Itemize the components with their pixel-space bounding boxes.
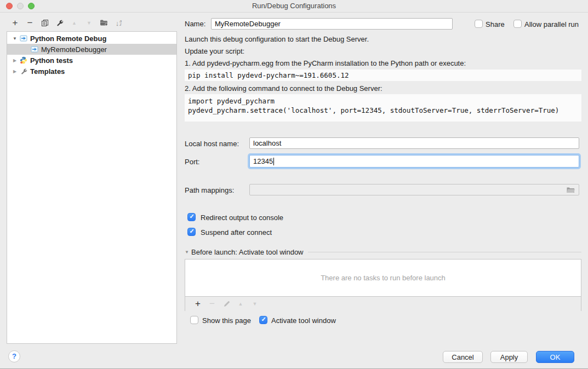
before-launch-title: Before launch: Activate tool window — [191, 248, 304, 256]
edit-task-button — [219, 298, 233, 310]
new-folder-icon — [100, 19, 109, 27]
apply-button[interactable]: Apply — [490, 351, 528, 363]
add-configuration-button[interactable]: + — [8, 17, 22, 29]
activate-tool-window-label[interactable]: Activate tool window — [271, 316, 336, 325]
up-triangle-icon: ▲ — [72, 20, 77, 26]
zoom-window-button[interactable] — [28, 3, 35, 9]
empty-tasks-message: There are no tasks to run before launch — [185, 260, 581, 296]
collapse-triangle-icon[interactable]: ▼ — [185, 250, 191, 255]
tree-item-python-tests[interactable]: ▶ Python tests — [7, 55, 176, 66]
expand-triangle-icon[interactable]: ▶ — [12, 58, 18, 63]
folder-icon — [566, 186, 575, 193]
copy-configuration-button[interactable] — [37, 17, 52, 29]
remote-debug-config-icon — [30, 46, 39, 53]
remove-configuration-button[interactable]: − — [22, 17, 37, 29]
allow-parallel-run-checkbox[interactable] — [513, 20, 522, 28]
redirect-output-label[interactable]: Redirect output to console — [201, 214, 283, 222]
copy-icon — [41, 19, 49, 27]
port-input[interactable]: 12345 — [249, 155, 579, 168]
local-host-name-input[interactable]: localhost — [249, 137, 579, 149]
python-icon — [19, 56, 28, 64]
step2-text: 2. Add the following command to connect … — [185, 84, 383, 93]
plus-icon: + — [13, 18, 18, 28]
templates-wrench-icon — [19, 68, 28, 75]
window-title: Run/Debug Configurations — [0, 0, 588, 12]
remote-debug-config-icon — [19, 35, 28, 42]
minus-icon: − — [209, 298, 215, 309]
name-input[interactable]: MyRemoteDebugger — [211, 18, 453, 30]
tree-item-python-remote-debug[interactable]: ▼ Python Remote Debug — [7, 33, 176, 44]
minus-icon: − — [27, 18, 33, 28]
redirect-output-checkbox[interactable] — [187, 213, 196, 221]
allow-parallel-run-label[interactable]: Allow parallel run — [524, 20, 579, 28]
local-host-name-label: Local host name: — [185, 140, 239, 148]
suspend-after-connect-checkbox[interactable] — [187, 228, 196, 236]
expand-triangle-icon[interactable]: ▶ — [12, 69, 18, 74]
traffic-lights — [6, 3, 35, 9]
move-task-down-button: ▼ — [248, 298, 262, 310]
separator-line — [308, 252, 581, 252]
tree-item-myremotedebugger[interactable]: MyRemoteDebugger — [7, 44, 176, 55]
sort-configurations-button[interactable]: ↓ az — [111, 17, 126, 29]
collapse-triangle-icon[interactable]: ▼ — [12, 36, 18, 41]
move-down-button: ▼ — [82, 17, 96, 29]
plus-icon: + — [195, 298, 201, 309]
tree-item-templates[interactable]: ▶ Templates — [7, 66, 176, 77]
add-task-button[interactable]: + — [191, 298, 205, 310]
minimize-window-button — [17, 3, 24, 9]
activate-tool-window-checkbox[interactable] — [259, 316, 267, 324]
settrace-code: import pydevd_pycharm pydevd_pycharm.set… — [185, 94, 581, 122]
show-this-page-label[interactable]: Show this page — [202, 316, 251, 325]
browse-folder-button[interactable] — [566, 186, 575, 193]
help-button[interactable]: ? — [8, 350, 20, 362]
edit-templates-button[interactable] — [52, 17, 67, 29]
move-up-button: ▲ — [67, 17, 82, 29]
titlebar: Run/Debug Configurations — [0, 0, 588, 13]
text-cursor — [273, 158, 274, 165]
name-label: Name: — [185, 20, 205, 28]
tasks-toolbar: + − ▲ ▼ — [185, 296, 581, 311]
up-triangle-icon: ▲ — [238, 301, 243, 307]
path-mappings-input[interactable] — [249, 184, 579, 195]
share-label[interactable]: Share — [486, 20, 505, 28]
code-line-2: pydevd_pycharm.settrace('localhost', por… — [188, 106, 581, 115]
sort-az-icon: ↓ az — [116, 19, 122, 27]
cancel-button[interactable]: Cancel — [443, 351, 483, 363]
port-label: Port: — [185, 158, 199, 166]
down-triangle-icon: ▼ — [87, 20, 92, 26]
before-launch-header: ▼ Before launch: Activate tool window — [185, 247, 581, 256]
configurations-tree: ▼ Python Remote Debug MyRemoteDebugger ▶… — [7, 31, 177, 344]
share-checkbox[interactable] — [475, 20, 483, 28]
code-line-1: import pydevd_pycharm — [188, 96, 581, 106]
path-mappings-label: Path mappings: — [185, 186, 234, 194]
down-triangle-icon: ▼ — [253, 301, 258, 307]
configurations-toolbar: + − ▲ ▼ ↓ az — [8, 17, 126, 29]
move-task-up-button: ▲ — [233, 298, 248, 310]
update-script-text: Update your script: — [185, 47, 244, 55]
step1-text: 1. Add pydevd-pycharm.egg from the PyCha… — [185, 59, 466, 67]
show-this-page-checkbox[interactable] — [190, 316, 198, 324]
close-window-button[interactable] — [6, 3, 13, 9]
pip-command-code: pip install pydevd-pycharm~=191.6605.12 — [185, 70, 581, 81]
description-text: Launch this debug configuration to start… — [185, 35, 369, 43]
create-folder-button[interactable] — [96, 17, 111, 29]
remove-task-button: − — [205, 298, 219, 310]
suspend-after-connect-label[interactable]: Suspend after connect — [201, 228, 272, 237]
wrench-icon — [56, 19, 64, 27]
ok-button[interactable]: OK — [536, 351, 574, 363]
before-launch-tasks-panel: There are no tasks to run before launch … — [185, 259, 581, 311]
pencil-icon — [223, 301, 230, 308]
